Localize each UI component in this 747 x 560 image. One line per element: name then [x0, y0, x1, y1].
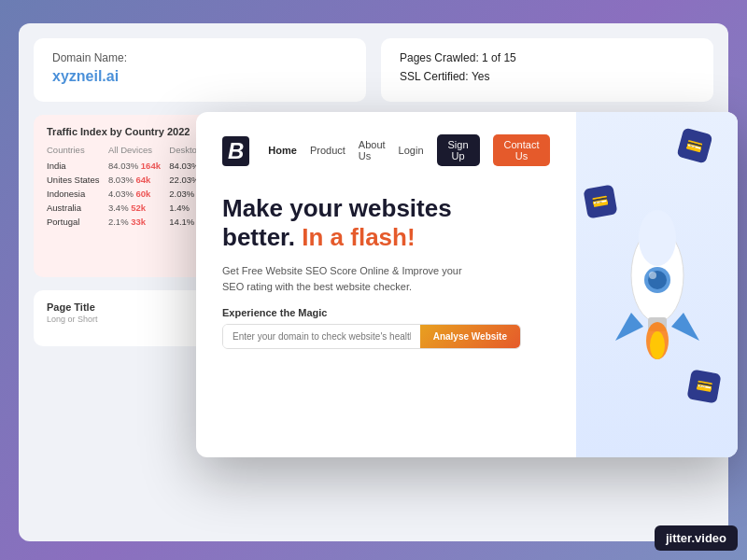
traffic-title: Traffic Index by Country 2022: [47, 126, 207, 137]
nav-links: Home Product About Us Login Sign Up Cont…: [268, 134, 550, 166]
hero-highlight: In a flash!: [295, 223, 416, 251]
domain-label: Domain Name:: [52, 51, 347, 64]
modal-right-panel: 💳 💳 💳: [576, 112, 738, 457]
nav-home[interactable]: Home: [268, 145, 297, 156]
brand-logo: B: [222, 135, 249, 166]
svg-point-9: [649, 272, 656, 279]
watermark: jitter.video: [655, 525, 738, 551]
traffic-table-row: Portugal 2.1% 33k 14.1%: [47, 215, 207, 229]
experience-label: Experience the Magic: [222, 307, 550, 318]
floating-icon-2: 💳: [584, 184, 618, 218]
nav-login[interactable]: Login: [399, 145, 424, 156]
nav-signup-button[interactable]: Sign Up: [437, 134, 480, 166]
traffic-country: Australia: [47, 201, 108, 215]
ssl-value: Yes: [472, 70, 490, 83]
nav-about[interactable]: About Us: [359, 139, 386, 161]
ssl-label: SSL Certified:: [400, 70, 469, 83]
dashboard-top-row: Domain Name: xyzneil.ai Pages Crawled: 1…: [34, 38, 713, 102]
domain-info-card: Domain Name: xyzneil.ai: [34, 38, 366, 102]
traffic-table-row: Indonesia 4.03% 60k 2.03%: [47, 187, 207, 201]
pages-crawled-row: Pages Crawled: 1 of 15: [400, 51, 695, 64]
traffic-all-devices: 84.03% 164k: [108, 159, 169, 173]
hero-line1: Make your websites better. In a flash!: [222, 194, 550, 252]
modal-overlay: B Home Product About Us Login Sign Up Co…: [196, 112, 738, 457]
svg-point-6: [639, 210, 676, 266]
traffic-all-devices: 8.03% 64k: [108, 173, 169, 187]
modal-hero: Make your websites better. In a flash!: [222, 194, 550, 252]
traffic-index-card: Traffic Index by Country 2022 Countries …: [34, 115, 220, 277]
domain-value[interactable]: xyzneil.ai: [52, 68, 119, 84]
watermark-text: jitter.video: [666, 531, 726, 545]
search-bar: Analyse Website: [222, 324, 521, 349]
modal-nav: B Home Product About Us Login Sign Up Co…: [222, 134, 550, 166]
domain-input[interactable]: [223, 325, 420, 348]
nav-product[interactable]: Product: [310, 145, 345, 156]
traffic-country: Indonesia: [47, 187, 108, 201]
traffic-table: Countries All Devices Desktop India 84.0…: [47, 145, 207, 229]
svg-point-12: [650, 331, 665, 359]
pages-crawled-label: Pages Crawled:: [400, 51, 479, 64]
nav-contact-button[interactable]: Contact Us: [493, 134, 551, 166]
floating-icon-1: 💳: [676, 127, 712, 163]
traffic-all-devices: 4.03% 60k: [108, 187, 169, 201]
traffic-all-devices: 2.1% 33k: [108, 215, 169, 229]
traffic-table-row: Unites States 8.03% 64k 22.03%: [47, 173, 207, 187]
analyse-button[interactable]: Analyse Website: [420, 325, 520, 348]
traffic-table-row: India 84.03% 164k 84.03%: [47, 159, 207, 173]
hero-line2: better.: [222, 223, 295, 251]
traffic-country: India: [47, 159, 108, 173]
traffic-country: Unites States: [47, 173, 108, 187]
ssl-row: SSL Certified: Yes: [400, 70, 695, 83]
col-countries: Countries: [47, 145, 108, 159]
brand-letter: B: [222, 136, 249, 166]
crawl-info-card: Pages Crawled: 1 of 15 SSL Certified: Ye…: [381, 38, 713, 102]
pages-crawled-value: 1 of 15: [482, 51, 516, 64]
traffic-all-devices: 3.4% 52k: [108, 201, 169, 215]
floating-icon-3: 💳: [686, 369, 721, 403]
traffic-table-row: Australia 3.4% 52k 1.4%: [47, 201, 207, 215]
rocket-illustration: [597, 191, 718, 378]
traffic-country: Portugal: [47, 215, 108, 229]
modal-left-panel: B Home Product About Us Login Sign Up Co…: [196, 112, 576, 457]
col-all-devices: All Devices: [108, 145, 169, 159]
modal-description: Get Free Website SEO Score Online & Impr…: [222, 263, 484, 294]
